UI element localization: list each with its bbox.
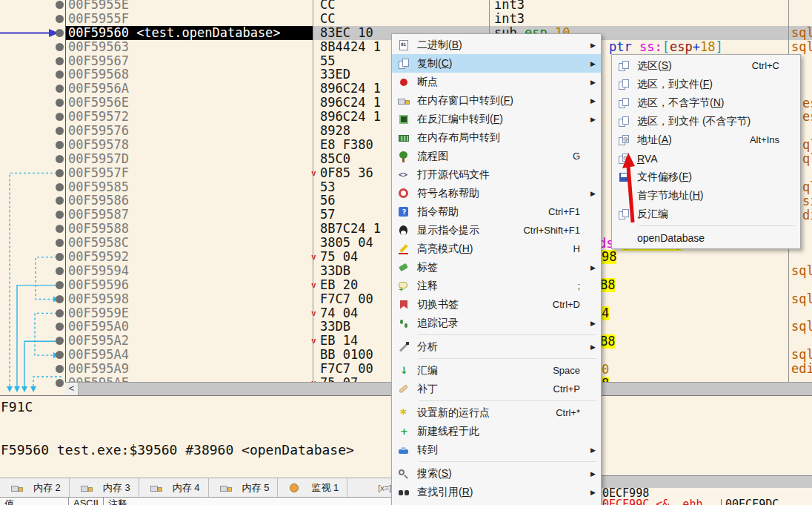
comment: sql [791, 348, 812, 362]
stack-pane[interactable]: 0ECF998 00ECF9DC 0ECF99C <&__ehh 00FCA9A… [597, 475, 812, 505]
breakpoint-dot-icon[interactable] [56, 15, 64, 23]
address: 00F59596 [68, 277, 129, 292]
menu-item[interactable]: 流程图 G [392, 147, 601, 165]
scroll-left-icon[interactable]: < [65, 383, 79, 395]
menu-item[interactable]: 标签 ▶ [392, 258, 601, 277]
breakpoint-dot-icon[interactable] [56, 281, 64, 289]
menu-item[interactable]: 显示指令提示 Ctrl+Shift+F1 [392, 221, 601, 240]
menu-item[interactable]: RVA [612, 149, 800, 168]
submenu-arrow-icon: ▶ [590, 42, 598, 49]
comment-fragment: es [802, 96, 812, 110]
menu-item[interactable]: 选区(S) Ctrl+C [612, 56, 800, 75]
menu-item[interactable]: 选区，不含字节(N) [612, 93, 800, 112]
menu-item[interactable]: 打开源代码文件 [392, 165, 601, 184]
menu-item[interactable]: 在内存布局中转到 [392, 128, 601, 147]
menu-item[interactable]: 复制(C) ▶ [392, 54, 601, 73]
context-menu: 二进制(B) ▶ 复制(C) ▶ 断点 ▶ 在内存窗口中转到(F) ▶ [391, 33, 602, 505]
comment-fragment: es [802, 110, 812, 124]
breakpoint-dot-icon[interactable] [56, 1, 64, 9]
breakpoint-dot-icon[interactable] [56, 295, 64, 303]
menu-item[interactable]: 在内存窗口中转到(F) ▶ [392, 91, 601, 110]
disasm-row[interactable]: 00F5955F CC int3 [65, 12, 812, 26]
memory-icon [81, 482, 93, 494]
watch-icon [289, 482, 301, 494]
comment: sql [791, 264, 812, 278]
submenu-arrow-icon: ▶ [590, 97, 598, 105]
breakpoint-dot-icon[interactable] [56, 169, 64, 177]
breakpoint-dot-icon[interactable] [56, 183, 64, 191]
breakpoint-dot-icon[interactable] [56, 29, 64, 37]
jump-direction-icon: v [311, 279, 316, 293]
breakpoint-dot-icon[interactable] [56, 267, 64, 275]
menu-item[interactable]: 切换书签 Ctrl+D [392, 295, 601, 314]
menu-item[interactable]: 高亮模式(H) H [392, 240, 601, 258]
references-icon [398, 486, 410, 498]
menu-item[interactable] [392, 356, 601, 361]
goto-icon [398, 444, 410, 456]
instruction-fragment: 0 [602, 363, 609, 377]
menu-item[interactable]: 在反汇编中转到(F) ▶ [392, 110, 601, 128]
comment: sql [791, 292, 812, 306]
dock-tab[interactable]: 内存 4 [139, 478, 209, 497]
dock-tab[interactable]: 内存 3 [70, 478, 139, 497]
menu-item[interactable] [392, 332, 601, 337]
disasm-row[interactable]: 00F5955E CC int3 [65, 0, 812, 12]
menu-item[interactable]: 文件偏移(F) [612, 168, 800, 186]
symbol-help-icon [398, 188, 410, 199]
menu-item[interactable]: 反汇编 [612, 205, 800, 223]
menu-item[interactable]: 新建线程于此 [392, 422, 601, 440]
breakpoint-dot-icon[interactable] [56, 57, 64, 65]
menu-item[interactable]: 查找引用(R) ▶ [392, 483, 601, 501]
menu-item[interactable]: 注释 ; [392, 277, 601, 295]
menu-item[interactable]: 符号名称帮助 ▶ [392, 184, 601, 202]
breakpoint-dot-icon[interactable] [56, 127, 64, 135]
jump-direction-icon: v [311, 334, 316, 349]
menu-item-label: 补丁 [417, 383, 438, 396]
address: 00F59563 [68, 39, 129, 54]
comment: sql [791, 26, 812, 40]
menu-item[interactable]: 地址(A) Alt+Ins [612, 131, 800, 149]
menu-item-label: 二进制(B) [417, 39, 462, 52]
column-header[interactable]: 值 [0, 498, 69, 505]
menu-item-label: 地址(A) [637, 133, 672, 147]
menu-item[interactable]: 分析 ▶ [392, 337, 601, 356]
menu-item[interactable] [612, 223, 800, 228]
breakpoint-dot-icon[interactable] [56, 309, 64, 317]
breakpoint-dot-icon[interactable] [56, 141, 64, 149]
menu-item[interactable]: 汇编 Space [392, 361, 601, 380]
menu-item[interactable] [392, 459, 601, 464]
dock-tab[interactable]: 监视 1 [278, 478, 347, 497]
menu-item[interactable]: 转到 ▶ [392, 440, 601, 459]
column-header[interactable]: ASCII [69, 498, 104, 505]
breakpoint-dot-icon[interactable] [56, 253, 64, 261]
menu-item[interactable]: 搜索(S) ▶ [392, 464, 601, 483]
menu-item[interactable]: 补丁 Ctrl+P [392, 380, 601, 398]
menu-item[interactable]: openDatabase [612, 228, 800, 247]
column-divider[interactable] [313, 0, 313, 382]
stack-row[interactable]: 0ECF998 00ECF9DC [597, 476, 812, 488]
menu-item[interactable]: 断点 ▶ [392, 73, 601, 91]
menu-item[interactable] [392, 398, 601, 403]
symbol-label: <test.openDatabase> [129, 25, 281, 40]
dock-tab[interactable]: 内存 2 [0, 478, 70, 497]
menu-item-label: 复制(C) [417, 57, 452, 70]
breakpoint-dot-icon[interactable] [56, 43, 64, 51]
menu-item[interactable]: 追踪记录 ▶ [392, 314, 601, 332]
tooltip-icon [398, 225, 410, 237]
dock-tab[interactable]: 内存 5 [209, 478, 279, 497]
opcode-bytes: EB 14 [320, 333, 358, 348]
menu-item-label: 文件偏移(F) [637, 171, 692, 184]
menu-item[interactable]: 二进制(B) ▶ [392, 36, 601, 54]
menu-item[interactable]: 首字节地址(H) [612, 186, 800, 205]
menu-item[interactable]: 指令帮助 Ctrl+F1 [392, 202, 601, 221]
menu-item[interactable]: 选区，到文件 (不含字节) [612, 112, 800, 131]
opcode-bytes: 56 [320, 193, 335, 208]
breakpoint-dot-icon[interactable] [56, 379, 64, 387]
menu-item-label: 符号名称帮助 [417, 187, 479, 200]
breakpoint-dot-icon[interactable] [56, 155, 64, 163]
opcode-bytes: BB 0100 [320, 347, 373, 362]
menu-item[interactable]: 设置新的运行点 Ctrl+* [392, 403, 601, 422]
menu-item[interactable]: 选区，到文件(F) [612, 75, 800, 93]
submenu-arrow-icon: ▶ [590, 60, 598, 67]
stack-row[interactable]: 0ECF99C <&__ehh 00FCA9A5 [597, 488, 812, 500]
